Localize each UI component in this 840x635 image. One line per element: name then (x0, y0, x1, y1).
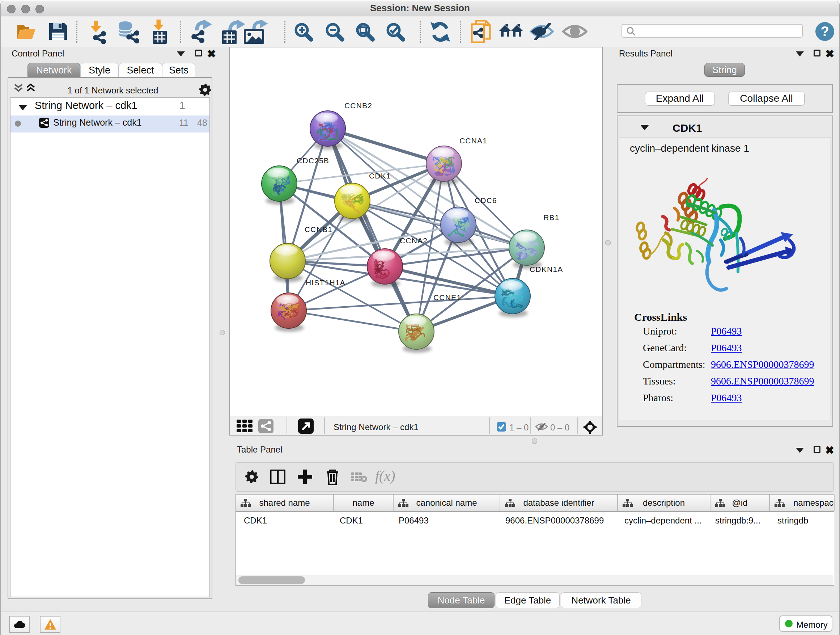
svg-text:CDC25B: CDC25B (297, 157, 329, 165)
svg-text:CCNB2: CCNB2 (344, 101, 372, 110)
svg-text:CDC6: CDC6 (475, 196, 497, 204)
svg-text:CDK1: CDK1 (369, 172, 391, 180)
svg-text:RB1: RB1 (543, 213, 559, 222)
svg-text:CCNA1: CCNA1 (459, 136, 487, 145)
svg-text:HIST1H1A: HIST1H1A (306, 279, 346, 287)
svg-text:CCNA2: CCNA2 (400, 236, 428, 245)
svg-text:CCNE1: CCNE1 (433, 293, 461, 302)
svg-text:CDKN1A: CDKN1A (530, 265, 563, 273)
svg-text:CCNB1: CCNB1 (305, 225, 332, 233)
